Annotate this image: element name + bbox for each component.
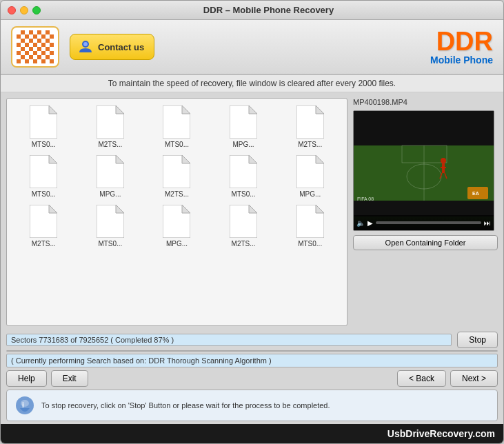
help-button[interactable]: Help bbox=[6, 370, 47, 387]
list-item[interactable]: MPG... bbox=[279, 154, 341, 199]
info-bar: To maintain the speed of recovery, file … bbox=[1, 75, 503, 92]
logo-checker-icon bbox=[17, 30, 54, 63]
list-item[interactable]: M2TS... bbox=[212, 203, 275, 249]
file-icon bbox=[30, 105, 57, 139]
list-item[interactable]: MTS0... bbox=[212, 154, 275, 199]
svg-marker-25 bbox=[116, 205, 124, 213]
file-icon bbox=[296, 155, 324, 188]
list-item[interactable]: MTS0... bbox=[279, 203, 341, 249]
file-label: MPG... bbox=[166, 240, 188, 248]
sectors-label: Sectors 7731683 of 7925652 ( Completed 8… bbox=[6, 334, 452, 346]
file-label: M2TS... bbox=[98, 141, 122, 148]
svg-marker-23 bbox=[49, 205, 57, 213]
svg-marker-29 bbox=[249, 205, 257, 213]
list-item[interactable]: MTS0... bbox=[145, 104, 208, 150]
file-icon bbox=[163, 205, 190, 238]
file-icon bbox=[97, 155, 124, 188]
maximize-button[interactable] bbox=[32, 6, 41, 14]
file-icon bbox=[230, 155, 257, 188]
logo-box bbox=[11, 26, 59, 68]
nav-row: Help Exit < Back Next > bbox=[1, 367, 503, 390]
minimize-button[interactable] bbox=[20, 6, 28, 14]
skip-icon[interactable]: ⏭ bbox=[484, 219, 491, 227]
video-progress-bar[interactable] bbox=[376, 221, 481, 224]
video-frame: EA FIFA 08 bbox=[354, 111, 494, 216]
file-label: MPG... bbox=[233, 141, 254, 148]
file-icon bbox=[163, 155, 190, 188]
file-icon bbox=[30, 155, 57, 188]
volume-icon[interactable]: 🔈 bbox=[356, 219, 365, 227]
svg-marker-7 bbox=[182, 105, 190, 114]
ddr-logo: DDR Mobile Phone bbox=[430, 28, 493, 65]
file-label: MPG... bbox=[99, 190, 121, 198]
play-icon[interactable]: ▶ bbox=[367, 219, 373, 227]
list-item[interactable]: MPG... bbox=[212, 104, 275, 150]
file-label: MTS0... bbox=[32, 141, 56, 148]
list-item[interactable]: M2TS... bbox=[145, 154, 208, 199]
next-button[interactable]: Next > bbox=[450, 370, 498, 387]
file-icon bbox=[230, 105, 257, 139]
back-button[interactable]: < Back bbox=[397, 370, 446, 387]
file-icon bbox=[230, 205, 257, 238]
svg-text:FIFA 08: FIFA 08 bbox=[357, 196, 374, 201]
file-label: MTS0... bbox=[232, 190, 256, 198]
file-panel[interactable]: MTS0... M2TS... MTS0... bbox=[6, 98, 347, 326]
svg-marker-27 bbox=[182, 205, 190, 213]
file-label: MTS0... bbox=[32, 190, 56, 198]
footer-brand: UsbDriveRecovery.com bbox=[387, 428, 495, 439]
svg-marker-13 bbox=[49, 155, 57, 163]
exit-button[interactable]: Exit bbox=[51, 370, 88, 387]
progress-row: Sectors 7731683 of 7925652 ( Completed 8… bbox=[6, 332, 498, 348]
progress-bar-container bbox=[6, 350, 498, 352]
svg-marker-21 bbox=[316, 155, 324, 163]
open-folder-button[interactable]: Open Containing Folder bbox=[353, 235, 498, 250]
list-item[interactable]: MTS0... bbox=[79, 203, 142, 249]
preview-panel: MP400198.MP4 bbox=[353, 98, 498, 326]
svg-marker-9 bbox=[249, 105, 257, 114]
progress-section: Sectors 7731683 of 7925652 ( Completed 8… bbox=[1, 332, 503, 367]
preview-video: EA FIFA 08 🔈 ▶ ⏭ bbox=[353, 110, 494, 231]
list-item[interactable]: MTS0... bbox=[12, 104, 75, 150]
close-button[interactable] bbox=[8, 6, 16, 14]
preview-filename: MP400198.MP4 bbox=[353, 98, 498, 106]
footer-text: UsbDriveRecovery.com bbox=[387, 428, 495, 439]
svg-marker-19 bbox=[249, 155, 257, 163]
info-message: To maintain the speed of recovery, file … bbox=[108, 79, 396, 88]
svg-point-1 bbox=[83, 42, 88, 46]
file-label: MPG... bbox=[299, 190, 321, 198]
bottom-info: i To stop recovery, click on 'Stop' Butt… bbox=[6, 390, 498, 421]
app-window: DDR – Mobile Phone Recovery Contact us D… bbox=[0, 0, 504, 444]
scanning-status-label: ( Currently performing Search based on: … bbox=[6, 354, 498, 367]
file-label: M2TS... bbox=[232, 240, 256, 248]
list-item[interactable]: MPG... bbox=[145, 203, 208, 249]
list-item[interactable]: MTS0... bbox=[12, 154, 75, 199]
svg-point-37 bbox=[441, 158, 446, 163]
contact-label: Contact us bbox=[98, 42, 144, 52]
file-icon bbox=[296, 105, 324, 139]
file-label: MTS0... bbox=[298, 240, 322, 248]
file-icon bbox=[97, 205, 124, 238]
titlebar: DDR – Mobile Phone Recovery bbox=[1, 1, 503, 20]
traffic-lights bbox=[8, 6, 41, 14]
list-item[interactable]: M2TS... bbox=[79, 104, 142, 150]
list-item[interactable]: M2TS... bbox=[12, 203, 75, 249]
ddr-brand-text: DDR bbox=[430, 28, 493, 54]
bottom-info-text: To stop recovery, click on 'Stop' Button… bbox=[41, 401, 330, 410]
svg-text:i: i bbox=[22, 401, 24, 409]
svg-marker-5 bbox=[116, 105, 124, 114]
file-label: MTS0... bbox=[98, 240, 122, 248]
file-icon bbox=[97, 105, 124, 139]
main-content: MTS0... M2TS... MTS0... bbox=[1, 92, 503, 332]
svg-marker-31 bbox=[316, 205, 324, 213]
file-label: MTS0... bbox=[165, 141, 189, 148]
video-content: EA FIFA 08 bbox=[354, 111, 494, 230]
file-icon bbox=[163, 105, 190, 139]
svg-marker-17 bbox=[182, 155, 190, 163]
svg-marker-3 bbox=[49, 105, 57, 114]
stop-button[interactable]: Stop bbox=[457, 332, 498, 348]
footer: UsbDriveRecovery.com bbox=[1, 424, 503, 443]
svg-marker-15 bbox=[116, 155, 124, 163]
list-item[interactable]: M2TS... bbox=[279, 104, 341, 150]
list-item[interactable]: MPG... bbox=[79, 154, 142, 199]
contact-button[interactable]: Contact us bbox=[70, 34, 154, 60]
